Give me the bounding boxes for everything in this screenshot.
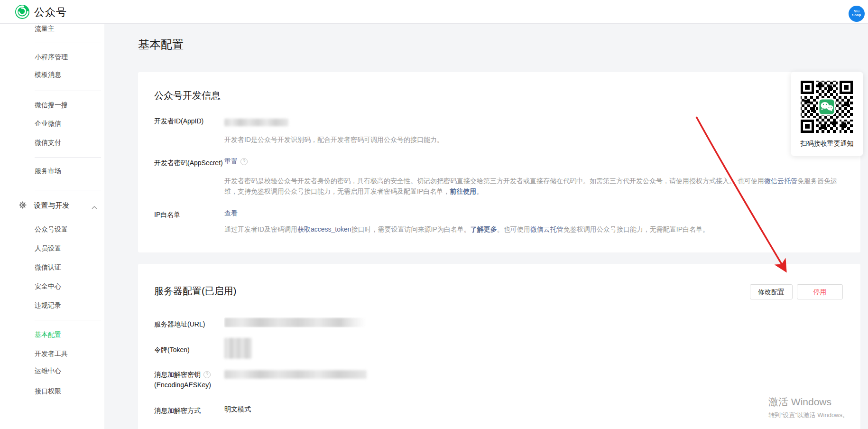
sidebar-item-wechat-verify[interactable]: 微信认证 [35,263,96,273]
server-config-title: 服务器配置(已启用) [154,285,236,298]
qr-notice-panel: 扫码接收重要通知 [791,72,863,156]
gear-icon [19,202,28,210]
server-url-value-redacted [224,317,367,327]
wechat-oa-logo-icon [14,4,30,20]
sidebar-item-traffic[interactable]: 流量主 [35,25,96,34]
sidebar-item-staff-settings[interactable]: 人员设置 [35,244,96,254]
aeskey-label-line2: (EncodingAESKey) [154,381,211,389]
server-config-card: 服务器配置(已启用) 修改配置 停用 服务器地址(URL) 令牌(Token) … [138,264,860,429]
disable-button[interactable]: 停用 [797,284,843,299]
desc-text: 接口时，需要设置访问来源IP为白名单。 [351,225,471,233]
appid-value-redacted [224,119,288,126]
sidebar-item-wechat-pay[interactable]: 微信支付 [35,139,96,148]
sidebar-item-ops-center[interactable]: 运维中心 [35,367,96,376]
access-token-link[interactable]: 获取access_token [297,225,351,233]
niushop-account-badge[interactable]: Niu Shop [849,6,865,22]
server-url-label: 服务器地址(URL) [154,319,225,329]
goto-use-link[interactable]: 前往使用 [450,187,476,195]
desc-text: 开发者密码是校验公众号开发者身份的密码，具有极高的安全性。切记勿把密码直接交给第… [224,177,764,185]
page-title: 基本配置 [138,37,184,52]
desc-text: 。 [476,187,483,195]
desc-text: 免鉴权调用公众号接口能力，无需配置IP白名单。 [563,225,709,233]
sidebar-item-dev-tools[interactable]: 开发者工具 [35,350,96,359]
cloud-hosting-link[interactable]: 微信云托管 [530,225,563,233]
sidebar-divider [35,320,101,320]
sidebar-item-template[interactable]: 模板消息 [35,71,96,80]
app-title: 公众号 [34,5,67,19]
sidebar-divider [35,157,101,158]
desc-text: 。也可使用 [497,225,530,233]
aeskey-label-line1: 消息加解密密钥 [154,371,201,378]
modify-config-button[interactable]: 修改配置 [750,284,793,299]
desc-text: 通过开发者ID及密码调用 [224,225,297,233]
aeskey-label: 消息加解密密钥 (EncodingAESKey) [154,369,235,390]
sidebar-item-basic-config[interactable]: 基本配置 [35,331,96,340]
badge-line2: Shop [849,13,864,17]
appid-desc: 开发者ID是公众号开发识别码，配合开发者密码可调用公众号的接口能力。 [224,134,837,145]
sidebar-section-label: 设置与开发 [34,201,69,209]
appid-label: 开发者ID(AppID) [154,116,225,126]
view-link[interactable]: 查看 [224,209,238,217]
sidebar-item-miniprogram[interactable]: 小程序管理 [35,53,96,63]
appsecret-desc: 开发者密码是校验公众号开发者身份的密码，具有极高的安全性。切记勿把密码直接交给第… [224,176,837,196]
ip-whitelist-label: IP白名单 [154,209,225,220]
ip-whitelist-value: 查看 [224,209,238,218]
aeskey-value-redacted [224,370,367,379]
token-label: 令牌(Token) [154,345,225,355]
sidebar-divider [35,190,101,190]
wechat-bubble-icon [819,99,835,115]
encrypt-method-label: 消息加解密方式 [154,405,225,416]
sidebar-item-api-permission[interactable]: 接口权限 [35,387,96,397]
sidebar-item-search[interactable]: 微信搜一搜 [35,101,96,111]
encrypt-method-value: 明文模式 [224,405,251,414]
dev-info-card: 公众号开发信息 开发者ID(AppID) 开发者ID是公众号开发识别码，配合开发… [138,72,860,252]
sidebar-item-violation-record[interactable]: 违规记录 [35,301,96,311]
learn-more-link[interactable]: 了解更多 [471,225,497,233]
sidebar-item-work-wechat[interactable]: 企业微信 [35,120,96,129]
qr-caption: 扫码接收重要通知 [791,140,863,148]
sidebar-item-service-market[interactable]: 服务市场 [35,167,96,177]
appsecret-label: 开发者密码(AppSecret) [154,158,225,168]
appsecret-value: 重置 [224,158,248,166]
sidebar-nav: 流量主 小程序管理 模板消息 微信搜一搜 企业微信 微信支付 服务市场 设置与开… [0,24,104,429]
chevron-up-icon[interactable] [91,203,98,211]
sidebar-section-settings-dev[interactable]: 设置与开发 [19,200,100,211]
app-header: 公众号 Niu Shop [0,0,868,24]
sidebar-divider [35,91,101,91]
ip-whitelist-desc: 通过开发者ID及密码调用获取access_token接口时，需要设置访问来源IP… [224,224,837,234]
reset-link[interactable]: 重置 [224,158,238,165]
dev-info-title: 公众号开发信息 [154,89,221,102]
help-icon[interactable] [240,158,248,165]
cloud-hosting-link[interactable]: 微信云托管 [764,177,797,185]
token-value-redacted [224,338,252,359]
sidebar-item-security-center[interactable]: 安全中心 [35,282,96,292]
qr-code-icon [799,79,855,135]
sidebar-divider [35,43,101,43]
sidebar-item-account-settings[interactable]: 公众号设置 [35,225,96,235]
help-icon[interactable] [203,371,211,378]
